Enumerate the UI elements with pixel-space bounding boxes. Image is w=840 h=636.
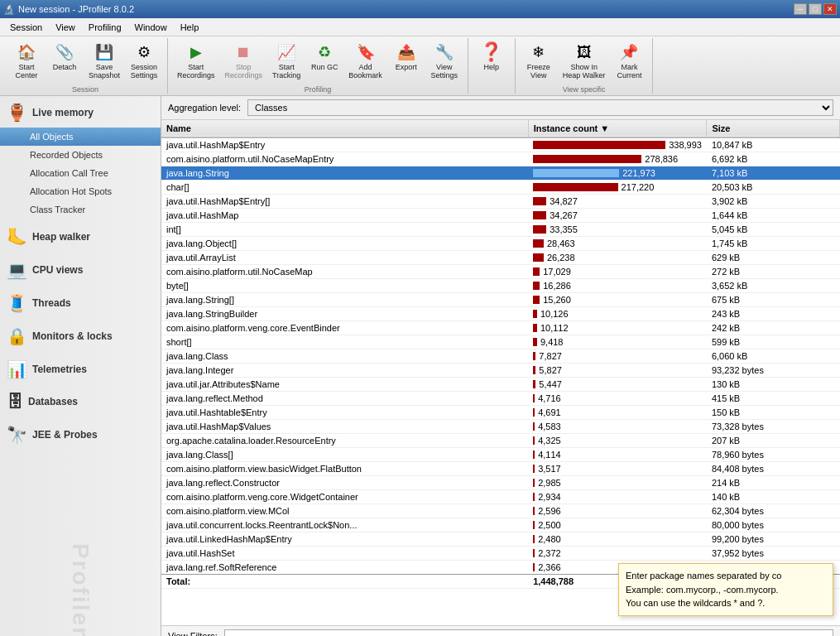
th-name[interactable]: Name — [161, 120, 528, 137]
table-row[interactable]: org.apache.catalina.loader.ResourceEntry… — [161, 433, 840, 447]
th-instance-count[interactable]: Instance count ▼ — [528, 120, 707, 137]
mark-current-btn[interactable]: 📌 MarkCurrent — [611, 38, 647, 83]
live-memory-header[interactable]: 🏺 Live memory — [0, 98, 161, 128]
table-row[interactable]: java.lang.String[] 15,260 675 kB — [161, 292, 840, 306]
class-tracker-item[interactable]: Class Tracker — [0, 200, 161, 219]
detach-btn[interactable]: 📎 Detach — [46, 38, 83, 83]
all-objects-item[interactable]: All Objects — [0, 128, 161, 146]
cell-size: 84,408 bytes — [707, 461, 840, 475]
cell-name: byte[] — [161, 278, 528, 292]
jee-probes-header[interactable]: 🔭 JEE & Probes — [0, 420, 161, 450]
menu-session[interactable]: Session — [3, 21, 49, 34]
cpu-views-header[interactable]: 💻 CPU views — [0, 255, 161, 285]
table-row[interactable]: int[] 33,355 5,045 kB — [161, 222, 840, 236]
menu-window[interactable]: Window — [128, 21, 174, 34]
table-row[interactable]: java.util.HashMap 34,267 1,644 kB — [161, 208, 840, 222]
session-settings-btn[interactable]: ⚙ SessionSettings — [126, 38, 162, 83]
cell-name: com.aisino.platform.util.NoCaseMapEntry — [161, 152, 528, 166]
cell-count: 4,716 — [528, 391, 707, 405]
sidebar: 🏺 Live memory All Objects Recorded Objec… — [0, 96, 161, 636]
table-row[interactable]: short[] 9,418 599 kB — [161, 335, 840, 349]
export-label: Export — [396, 64, 417, 72]
table-row[interactable]: java.lang.StringBuilder 10,126 243 kB — [161, 306, 840, 320]
threads-header[interactable]: 🧵 Threads — [0, 288, 161, 318]
start-tracking-btn[interactable]: 📈 StartTracking — [268, 38, 305, 83]
toolbar-view-specific-group: ❄ FreezeView 🖼 Show InHeap Walker 📌 Mark… — [516, 38, 654, 94]
start-recordings-label: StartRecordings — [177, 64, 215, 80]
table-row[interactable]: com.aisino.platform.view.basicWidget.Fla… — [161, 461, 840, 475]
stop-recordings-btn[interactable]: ⏹ StopRecordings — [221, 38, 267, 83]
allocation-hot-spots-item[interactable]: Allocation Hot Spots — [0, 182, 161, 200]
databases-header[interactable]: 🗄 Databases — [0, 388, 161, 417]
cell-name: java.util.LinkedHashMap$Entry — [161, 532, 528, 546]
view-settings-btn[interactable]: 🔧 ViewSettings — [426, 38, 463, 83]
table-row[interactable]: com.aisino.platform.veng.core.EventBinde… — [161, 320, 840, 335]
maximize-btn[interactable]: □ — [809, 3, 822, 15]
minimize-btn[interactable]: ─ — [794, 3, 807, 15]
cell-size: 80,000 bytes — [707, 518, 840, 532]
table-row[interactable]: char[] 217,220 20,503 kB — [161, 180, 840, 194]
table-row[interactable]: java.lang.Integer 5,827 93,232 bytes — [161, 363, 840, 377]
add-bookmark-btn[interactable]: 🔖 AddBookmark — [344, 38, 386, 83]
run-gc-btn[interactable]: ♻ Run GC — [306, 38, 343, 83]
table-row[interactable]: com.aisino.platform.view.MCol 2,596 62,3… — [161, 504, 840, 518]
export-btn[interactable]: 📤 Export — [388, 38, 425, 83]
databases-label: Databases — [28, 396, 78, 407]
menu-help[interactable]: Help — [174, 21, 206, 34]
title-text: New session - JProfiler 8.0.2 — [18, 4, 134, 14]
monitors-locks-icon: 🔒 — [7, 326, 27, 346]
close-btn[interactable]: ✕ — [823, 3, 837, 15]
view-filters-input[interactable] — [224, 629, 833, 636]
objects-table-container[interactable]: Name Instance count ▼ Size java.util.Has… — [161, 120, 840, 625]
table-row[interactable]: java.util.HashSet 2,372 37,952 bytes — [161, 546, 840, 560]
cell-count: 4,583 — [528, 419, 707, 433]
cell-size: 599 kB — [707, 335, 840, 349]
start-recordings-btn[interactable]: ▶ StartRecordings — [173, 38, 219, 83]
cell-name: java.lang.Object[] — [161, 236, 528, 250]
table-row[interactable]: java.util.Hashtable$Entry 4,691 150 kB — [161, 405, 840, 419]
table-row[interactable]: java.util.HashMap$Entry[] 34,827 3,902 k… — [161, 194, 840, 208]
table-row[interactable]: java.lang.reflect.Method 4,716 415 kB — [161, 391, 840, 405]
table-row[interactable]: java.lang.String 221,973 7,103 kB — [161, 166, 840, 180]
cell-name: java.lang.String — [161, 166, 528, 180]
cell-name: com.aisino.platform.veng.core.WidgetCont… — [161, 489, 528, 504]
allocation-call-tree-item[interactable]: Allocation Call Tree — [0, 164, 161, 182]
menu-profiling[interactable]: Profiling — [82, 21, 128, 34]
monitors-locks-header[interactable]: 🔒 Monitors & locks — [0, 321, 161, 351]
jee-probes-icon: 🔭 — [7, 425, 27, 445]
mark-current-icon: 📌 — [617, 41, 641, 64]
table-row[interactable]: java.lang.Class 7,827 6,060 kB — [161, 349, 840, 363]
table-row[interactable]: java.util.HashMap$Entry 338,993 10,847 k… — [161, 137, 840, 152]
th-size[interactable]: Size — [707, 120, 840, 137]
cell-count: 2,934 — [528, 489, 707, 504]
table-row[interactable]: com.aisino.platform.util.NoCaseMap 17,02… — [161, 264, 840, 278]
table-row[interactable]: java.lang.Object[] 28,463 1,745 kB — [161, 236, 840, 250]
table-row[interactable]: java.lang.Class[] 4,114 78,960 bytes — [161, 447, 840, 461]
table-row[interactable]: java.util.LinkedHashMap$Entry 2,480 99,2… — [161, 532, 840, 546]
table-row[interactable]: com.aisino.platform.util.NoCaseMapEntry … — [161, 152, 840, 166]
cell-name: java.lang.reflect.Constructor — [161, 475, 528, 489]
table-row[interactable]: java.lang.reflect.Constructor 2,985 214 … — [161, 475, 840, 489]
start-center-btn[interactable]: 🏠 StartCenter — [8, 38, 45, 83]
table-row[interactable]: com.aisino.platform.veng.core.WidgetCont… — [161, 489, 840, 504]
toolbar-session-group: 🏠 StartCenter 📎 Detach 💾 SaveSnapshot ⚙ … — [3, 38, 168, 94]
menu-view[interactable]: View — [49, 21, 82, 34]
table-row[interactable]: java.util.concurrent.locks.ReentrantLock… — [161, 518, 840, 532]
help-btn[interactable]: ❓ Help — [473, 38, 510, 75]
save-snapshot-btn[interactable]: 💾 SaveSnapshot — [84, 38, 124, 83]
table-row[interactable]: byte[] 16,286 3,652 kB — [161, 278, 840, 292]
show-heap-walker-btn[interactable]: 🖼 Show InHeap Walker — [559, 38, 610, 83]
recorded-objects-item[interactable]: Recorded Objects — [0, 146, 161, 164]
run-gc-icon: ♻ — [313, 41, 336, 64]
table-row[interactable]: java.util.HashMap$Values 4,583 73,328 by… — [161, 419, 840, 433]
table-row[interactable]: java.util.ArrayList 26,238 629 kB — [161, 250, 840, 264]
telemetries-header[interactable]: 📊 Telemetries — [0, 354, 161, 384]
cell-count: 2,596 — [528, 504, 707, 518]
aggregation-select[interactable]: Classes Packages Components — [247, 99, 833, 116]
start-center-icon: 🏠 — [15, 41, 38, 64]
session-settings-icon: ⚙ — [132, 41, 156, 64]
table-row[interactable]: java.util.jar.Attributes$Name 5,447 130 … — [161, 377, 840, 391]
heap-walker-header[interactable]: 🦶 Heap walker — [0, 222, 161, 252]
freeze-view-btn[interactable]: ❄ FreezeView — [521, 38, 557, 83]
cell-size: 6,060 kB — [707, 349, 840, 363]
